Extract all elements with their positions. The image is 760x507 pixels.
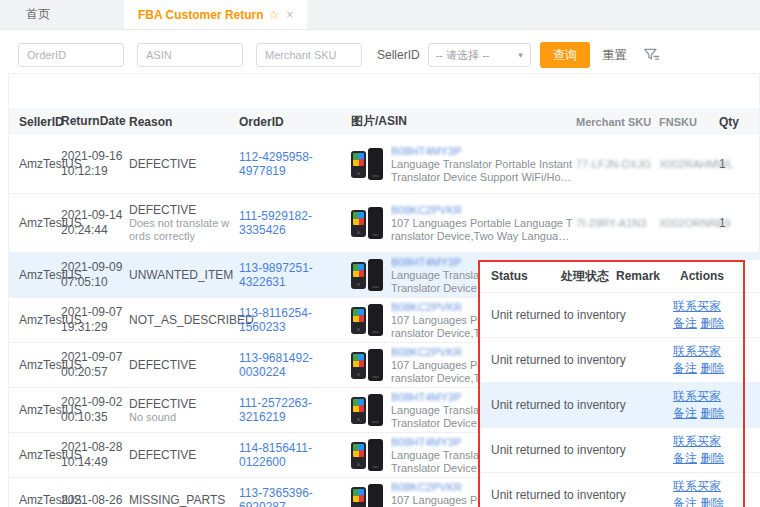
- order-id-link[interactable]: 113-9681492-0030224: [239, 351, 313, 379]
- order-id-cell: 112-4295958-4977819: [239, 150, 351, 178]
- order-id-cell: 113-8116254-1560233: [239, 306, 351, 334]
- return-date: 2021-09-09: [61, 260, 129, 275]
- order-id-link[interactable]: 113-8116254-1560233: [239, 306, 312, 334]
- chevron-down-icon: ▾: [518, 50, 523, 60]
- reason-cell: DEFECTIVE: [129, 448, 239, 462]
- seller-id-cell: AmzTestUS: [9, 216, 61, 230]
- panel-row: Unit returned to inventory 联系买家 备注 删除: [478, 427, 760, 472]
- asin-link[interactable]: B08HT4MY3P: [391, 145, 573, 158]
- tab-home[interactable]: 首页: [10, 0, 66, 29]
- tab-bar: 首页 FBA Customer Return ☆ ×: [0, 0, 760, 30]
- remark-link[interactable]: 备注: [673, 406, 697, 420]
- merchant-sku-cell: 77-LFJN-DXJG: [576, 158, 659, 170]
- close-tab-icon[interactable]: ×: [286, 8, 293, 22]
- delete-link[interactable]: 删除: [700, 361, 724, 375]
- contact-buyer-link[interactable]: 联系买家: [673, 389, 721, 403]
- reason-cell: NOT_AS_DESCRIBED: [129, 313, 239, 327]
- product-thumbnail: [351, 484, 385, 507]
- return-date: 2021-09-02: [61, 395, 129, 410]
- panel-header-row: Status 处理状态 Remark Actions: [478, 260, 760, 292]
- seller-id-cell: AmzTestUS: [9, 157, 61, 171]
- asin-link[interactable]: B08KC2PVKR: [391, 204, 573, 217]
- return-date-cell: 2021-09-14 20:24:44: [61, 208, 129, 238]
- delete-link[interactable]: 删除: [700, 406, 724, 420]
- return-time: 07:05:10: [61, 275, 129, 290]
- filter-funnel-icon[interactable]: [642, 46, 661, 64]
- pic-asin-cell: B08KC2PVKR 107 Languages Portable Langua…: [351, 204, 576, 243]
- reason-code: DEFECTIVE: [129, 448, 231, 462]
- seller-id-selected-value: -- 请选择 --: [436, 48, 490, 63]
- order-id-cell: 113-9897251-4322631: [239, 261, 351, 289]
- actions-cell: 联系买家 备注 删除: [673, 433, 760, 467]
- contact-buyer-link[interactable]: 联系买家: [673, 479, 721, 493]
- order-id-link[interactable]: 114-8156411-0122600: [239, 441, 312, 469]
- seller-id-cell: AmzTestUS: [9, 448, 61, 462]
- actions-cell: 联系买家 备注 删除: [673, 343, 760, 377]
- product-thumbnail: [351, 259, 385, 291]
- favorite-star-icon[interactable]: ☆: [269, 8, 280, 22]
- order-id-link[interactable]: 112-4295958-4977819: [239, 150, 313, 178]
- order-id-cell: 113-9681492-0030224: [239, 351, 351, 379]
- filter-bar: SellerID -- 请选择 -- ▾ 查询 重置: [0, 30, 760, 70]
- reason-code: MISSING_PARTS: [129, 493, 231, 507]
- seller-id-cell: AmzTestUS: [9, 403, 61, 417]
- remark-link[interactable]: 备注: [673, 316, 697, 330]
- col-header-qty: Qty: [719, 115, 743, 129]
- col-header-remark: Remark: [616, 269, 680, 283]
- merchant-sku-cell: 7I-29RY-A1N3: [576, 217, 659, 229]
- return-time: 10:14:49: [61, 455, 129, 470]
- return-date-cell: 2021-08-28 10:14:49: [61, 440, 129, 470]
- return-time: 19:31:29: [61, 320, 129, 335]
- seller-id-cell: AmzTestUS: [9, 268, 61, 282]
- return-date: 2021-09-07: [61, 350, 129, 365]
- return-time: 10:12:19: [61, 164, 129, 179]
- remark-link[interactable]: 备注: [673, 361, 697, 375]
- delete-link[interactable]: 删除: [700, 496, 724, 507]
- col-header-sellerid: SellerID: [9, 115, 61, 129]
- order-id-link[interactable]: 113-7365396-6920287: [239, 486, 313, 507]
- fixed-right-columns-panel: Status 处理状态 Remark Actions Unit returned…: [478, 260, 760, 507]
- remark-link[interactable]: 备注: [673, 451, 697, 465]
- translator-device-image: [368, 259, 383, 291]
- reason-detail: No sound: [129, 411, 231, 424]
- seller-id-select[interactable]: -- 请选择 -- ▾: [428, 43, 531, 67]
- table-row[interactable]: AmzTestUS 2021-09-16 10:12:19 DEFECTIVE …: [9, 135, 759, 194]
- delete-link[interactable]: 删除: [700, 316, 724, 330]
- reason-code: DEFECTIVE: [129, 358, 231, 372]
- actions-cell: 联系买家 备注 删除: [673, 298, 760, 332]
- delete-link[interactable]: 删除: [700, 451, 724, 465]
- actions-cell: 联系买家 备注 删除: [673, 478, 760, 507]
- order-id-link[interactable]: 111-5929182-3335426: [239, 209, 312, 237]
- reason-cell: MISSING_PARTS: [129, 493, 239, 507]
- reset-button[interactable]: 重置: [603, 47, 627, 64]
- return-time: 00:20:57: [61, 365, 129, 380]
- col-header-pic-asin: 图片/ASIN: [351, 113, 576, 130]
- fnsku-cell: X002ORNRE9: [659, 217, 719, 229]
- translator-device-screen-image: [351, 397, 366, 424]
- asin-input[interactable]: [137, 43, 243, 67]
- contact-buyer-link[interactable]: 联系买家: [673, 299, 721, 313]
- order-id-input[interactable]: [18, 43, 124, 67]
- query-button[interactable]: 查询: [540, 42, 590, 68]
- translator-device-image: [368, 439, 383, 471]
- col-header-fnsku: FNSKU: [659, 116, 719, 128]
- merchant-sku-input[interactable]: [256, 43, 362, 67]
- product-thumbnail: [351, 304, 385, 336]
- col-header-reason: Reason: [129, 115, 239, 129]
- col-header-merchant-sku: Merchant SKU: [576, 116, 659, 128]
- remark-link[interactable]: 备注: [673, 496, 697, 507]
- return-date-cell: 2021-09-02 00:10:35: [61, 395, 129, 425]
- reason-code: UNWANTED_ITEM: [129, 268, 231, 282]
- order-id-link[interactable]: 111-2572263-3216219: [239, 396, 312, 424]
- order-id-link[interactable]: 113-9897251-4322631: [239, 261, 313, 289]
- reason-cell: DEFECTIVE Does not translate words corre…: [129, 203, 239, 243]
- contact-buyer-link[interactable]: 联系买家: [673, 434, 721, 448]
- panel-row: Unit returned to inventory 联系买家 备注 删除: [478, 382, 760, 427]
- contact-buyer-link[interactable]: 联系买家: [673, 344, 721, 358]
- translator-device-image: [368, 148, 383, 180]
- reason-detail: Does not translate words correctly: [129, 217, 231, 243]
- tab-fba-customer-return[interactable]: FBA Customer Return ☆ ×: [124, 0, 307, 29]
- seller-id-cell: AmzTestUS: [9, 493, 61, 507]
- seller-id-label: SellerID: [377, 48, 420, 62]
- table-row[interactable]: AmzTestUS 2021-09-14 20:24:44 DEFECTIVE …: [9, 194, 759, 253]
